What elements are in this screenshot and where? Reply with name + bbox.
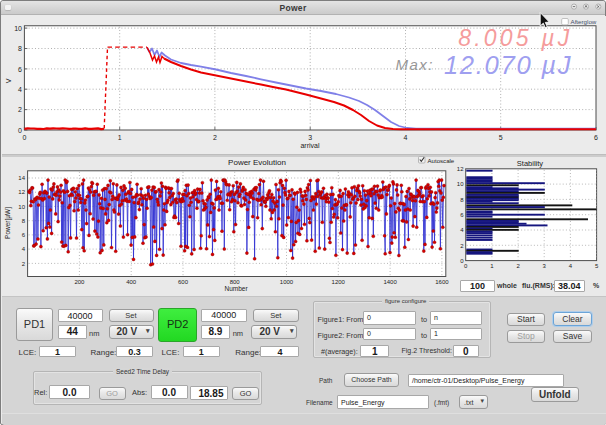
svg-text:10: 10 xyxy=(14,25,22,32)
svg-text:6: 6 xyxy=(460,212,464,218)
svg-text:Afterglow: Afterglow xyxy=(571,18,597,25)
svg-text:2: 2 xyxy=(516,263,520,269)
svg-text:10: 10 xyxy=(457,181,464,187)
svg-text:Number: Number xyxy=(224,285,248,292)
svg-text:arrival: arrival xyxy=(300,142,320,149)
svg-text:12.070 µJ: 12.070 µJ xyxy=(444,51,572,79)
svg-text:200: 200 xyxy=(74,279,85,285)
svg-text:1: 1 xyxy=(490,263,494,269)
svg-text:2: 2 xyxy=(460,243,464,249)
svg-text:400: 400 xyxy=(126,279,137,285)
svg-text:3: 3 xyxy=(543,263,547,269)
svg-text:2: 2 xyxy=(213,134,217,141)
svg-text:8.005 µJ: 8.005 µJ xyxy=(458,25,572,51)
svg-text:14: 14 xyxy=(18,175,25,181)
svg-text:10: 10 xyxy=(18,204,25,210)
svg-text:4: 4 xyxy=(22,246,26,252)
svg-text:1200: 1200 xyxy=(332,279,346,285)
svg-text:1400: 1400 xyxy=(383,279,397,285)
svg-text:Power[µW]: Power[µW] xyxy=(4,207,12,239)
svg-text:2: 2 xyxy=(22,261,26,267)
svg-text:8: 8 xyxy=(460,197,464,203)
svg-text:Autoscale: Autoscale xyxy=(428,157,455,164)
svg-text:3: 3 xyxy=(308,134,312,141)
svg-text:0: 0 xyxy=(18,127,22,134)
svg-text:5: 5 xyxy=(595,263,599,269)
svg-text:8: 8 xyxy=(22,218,26,224)
svg-text:600: 600 xyxy=(178,279,189,285)
svg-text:800: 800 xyxy=(230,279,241,285)
svg-text:4: 4 xyxy=(460,227,464,233)
svg-text:4: 4 xyxy=(569,263,573,269)
svg-text:6: 6 xyxy=(18,66,22,73)
svg-text:1000: 1000 xyxy=(280,279,294,285)
svg-text:0: 0 xyxy=(22,134,26,141)
svg-text:1: 1 xyxy=(118,134,122,141)
svg-text:12: 12 xyxy=(18,189,25,195)
svg-text:4: 4 xyxy=(18,86,22,93)
svg-text:1600: 1600 xyxy=(435,279,449,285)
svg-text:8: 8 xyxy=(18,45,22,52)
svg-text:0: 0 xyxy=(464,263,468,269)
svg-text:6: 6 xyxy=(594,134,598,141)
svg-text:2: 2 xyxy=(18,106,22,113)
svg-text:Stability: Stability xyxy=(517,159,544,168)
svg-text:4: 4 xyxy=(404,134,408,141)
svg-text:Power Evolution: Power Evolution xyxy=(228,158,286,167)
svg-text:5: 5 xyxy=(499,134,503,141)
svg-text:V: V xyxy=(5,78,12,83)
svg-text:6: 6 xyxy=(22,232,26,238)
svg-text:Max:: Max: xyxy=(395,56,434,73)
svg-text:12: 12 xyxy=(457,166,464,172)
